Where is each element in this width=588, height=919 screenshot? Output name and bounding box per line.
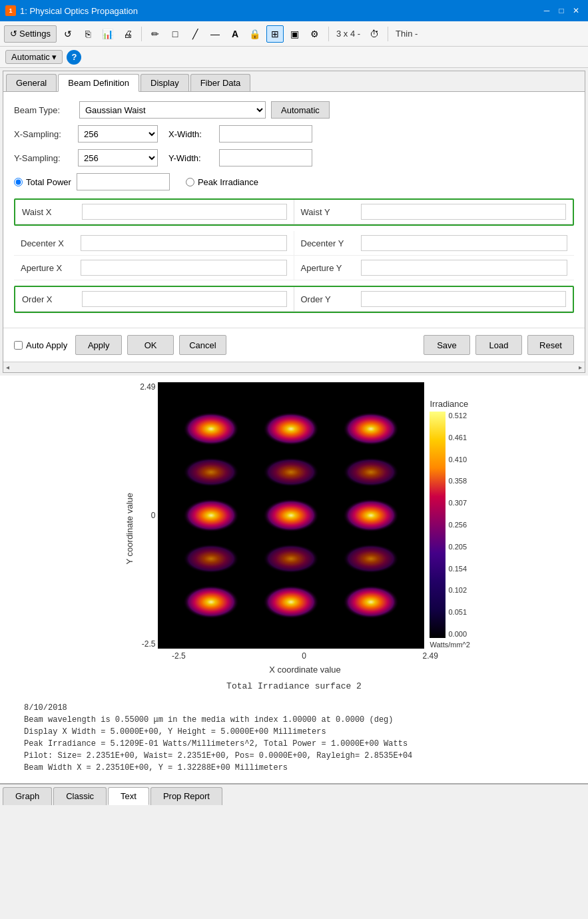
- total-power-radio[interactable]: Total Power: [14, 177, 71, 187]
- plot-container: Y coordinate value 2.49 0 -2.5: [125, 382, 470, 675]
- reset-button[interactable]: Reset: [527, 335, 574, 355]
- order-y-input[interactable]: 3: [361, 291, 567, 307]
- svg-point-7: [183, 585, 239, 619]
- minimize-button[interactable]: ─: [540, 4, 553, 17]
- dash-button[interactable]: —: [206, 25, 224, 43]
- y-sampling-row: Y-Sampling: 256 Y-Width: 5: [14, 149, 574, 166]
- chart-button[interactable]: 📊: [99, 25, 117, 43]
- refresh-button[interactable]: ↺: [59, 25, 77, 43]
- order-x-input[interactable]: 2: [82, 291, 287, 307]
- cancel-button[interactable]: Cancel: [179, 335, 226, 355]
- rect-button[interactable]: □: [166, 25, 184, 43]
- order-x-cell: Order X 2: [15, 287, 294, 312]
- svg-point-11: [263, 458, 319, 487]
- automatic-button[interactable]: Automatic: [271, 101, 330, 119]
- waist-x-label: Waist X: [22, 207, 82, 217]
- ok-button[interactable]: OK: [127, 335, 174, 355]
- scroll-bar[interactable]: ◂ ▸: [3, 362, 585, 372]
- plot-info: Total Irradiance surface 2 8/10/2018 Bea…: [3, 675, 585, 780]
- svg-point-8: [263, 585, 319, 619]
- y-sampling-label: Y-Sampling:: [14, 153, 74, 163]
- line-button[interactable]: ╱: [186, 25, 204, 43]
- automatic-dropdown[interactable]: Automatic ▾: [5, 50, 63, 64]
- y-axis-mid: 0: [151, 511, 156, 520]
- layout-button[interactable]: ▣: [286, 25, 304, 43]
- waist-y-cell: Waist Y 0.5: [294, 200, 573, 224]
- total-power-input[interactable]: 1: [77, 173, 170, 190]
- auto-apply-group: Auto Apply: [14, 340, 67, 350]
- thin-label: Thin -: [393, 29, 420, 39]
- bottom-tab-bar: Graph Classic Text Prop Report: [0, 783, 588, 805]
- svg-point-13: [183, 544, 239, 573]
- x-width-input[interactable]: 5: [219, 125, 312, 143]
- svg-point-6: [343, 499, 399, 532]
- decenter-x-label: Decenter X: [21, 238, 81, 248]
- settings-icon: ↺: [10, 29, 17, 39]
- bottom-tab-text[interactable]: Text: [108, 787, 149, 805]
- order-y-cell: Order Y 3: [294, 287, 573, 312]
- aperture-x-input[interactable]: 0: [81, 260, 287, 276]
- x-sampling-select[interactable]: 256: [78, 125, 158, 143]
- waist-y-input[interactable]: 0.5: [361, 204, 567, 220]
- print-button[interactable]: 🖨: [119, 25, 137, 43]
- copy-button[interactable]: ⎘: [79, 25, 97, 43]
- info-line4: Pilot: Size= 2.2351E+00, Waist= 2.2351E+…: [24, 751, 412, 761]
- tab-display[interactable]: Display: [141, 74, 189, 91]
- svg-point-9: [343, 585, 399, 619]
- colorbar-labels: 0.512 0.461 0.410 0.358 0.307 0.256 0.20…: [448, 412, 467, 638]
- aperture-y-input[interactable]: 0: [361, 260, 568, 276]
- text-button[interactable]: A: [226, 25, 244, 43]
- order-grid: Order X 2 Order Y 3: [15, 287, 573, 312]
- main-panel: General Beam Definition Display Fiber Da…: [3, 71, 585, 373]
- plot-with-axes: 2.49 0 -2.5: [140, 382, 470, 675]
- y-sampling-select[interactable]: 256: [78, 149, 158, 166]
- tab-fiber-data[interactable]: Fiber Data: [190, 74, 251, 91]
- svg-point-15: [343, 544, 399, 573]
- plot-title: Total Irradiance surface 2: [13, 681, 575, 691]
- y-axis-max: 2.49: [140, 382, 155, 392]
- bottom-tab-prop-report[interactable]: Prop Report: [150, 787, 222, 805]
- beam-type-select[interactable]: Gaussian Waist: [79, 101, 266, 119]
- peak-irradiance-radio[interactable]: Peak Irradiance: [186, 177, 258, 187]
- decenter-x-input[interactable]: 0: [81, 235, 287, 251]
- x-axis-max: 2.49: [423, 651, 438, 661]
- save-button[interactable]: Save: [424, 335, 470, 355]
- scroll-left-arrow[interactable]: ◂: [6, 364, 9, 371]
- y-sampling-group: Y-Sampling: 256: [14, 149, 158, 166]
- form-content: Beam Type: Gaussian Waist Automatic X-Sa…: [3, 92, 585, 328]
- plot-area: Y coordinate value 2.49 0 -2.5: [0, 376, 588, 783]
- colorbar-unit: Watts/mm^2: [430, 641, 469, 649]
- y-width-label: Y-Width:: [168, 153, 215, 163]
- waist-x-input[interactable]: 1: [82, 204, 287, 220]
- y-axis-label: Y coordinate value: [125, 493, 135, 564]
- settings-button[interactable]: ↺ Settings: [4, 25, 57, 43]
- help-button[interactable]: ?: [67, 50, 81, 65]
- app-icon: 1: [5, 5, 16, 16]
- apply-button[interactable]: Apply: [75, 335, 122, 355]
- grid-select-button[interactable]: ⊞: [266, 25, 284, 43]
- tab-beam-definition[interactable]: Beam Definition: [58, 74, 139, 92]
- colorbar: Irradiance 0.512 0.461 0.410 0.358 0.307…: [430, 392, 469, 649]
- svg-point-5: [263, 499, 319, 532]
- pencil-button[interactable]: ✏: [147, 25, 164, 43]
- y-width-input[interactable]: 5: [219, 149, 312, 166]
- power-row: Total Power 1 Peak Irradiance: [14, 173, 574, 190]
- auto-apply-checkbox[interactable]: [14, 341, 23, 350]
- close-button[interactable]: ✕: [569, 4, 583, 17]
- scroll-right-arrow[interactable]: ▸: [579, 364, 582, 371]
- svg-point-2: [263, 412, 319, 446]
- decenter-y-input[interactable]: 0: [361, 235, 568, 251]
- clock-button[interactable]: ⏱: [366, 25, 383, 43]
- tab-general[interactable]: General: [6, 74, 57, 91]
- sampling-row: X-Sampling: 256 X-Width: 5: [14, 125, 574, 143]
- y-width-group: Y-Width: 5: [168, 149, 312, 166]
- maximize-button[interactable]: □: [555, 4, 568, 17]
- beam-type-row: Beam Type: Gaussian Waist Automatic: [14, 101, 574, 119]
- settings2-button[interactable]: ⚙: [306, 25, 324, 43]
- lock-button[interactable]: 🔒: [246, 25, 264, 43]
- bottom-tab-graph[interactable]: Graph: [3, 787, 52, 805]
- bottom-tab-classic[interactable]: Classic: [53, 787, 107, 805]
- colorbar-row: 0.512 0.461 0.410 0.358 0.307 0.256 0.20…: [430, 412, 467, 638]
- colorbar-gradient: [430, 412, 445, 638]
- load-button[interactable]: Load: [475, 335, 522, 355]
